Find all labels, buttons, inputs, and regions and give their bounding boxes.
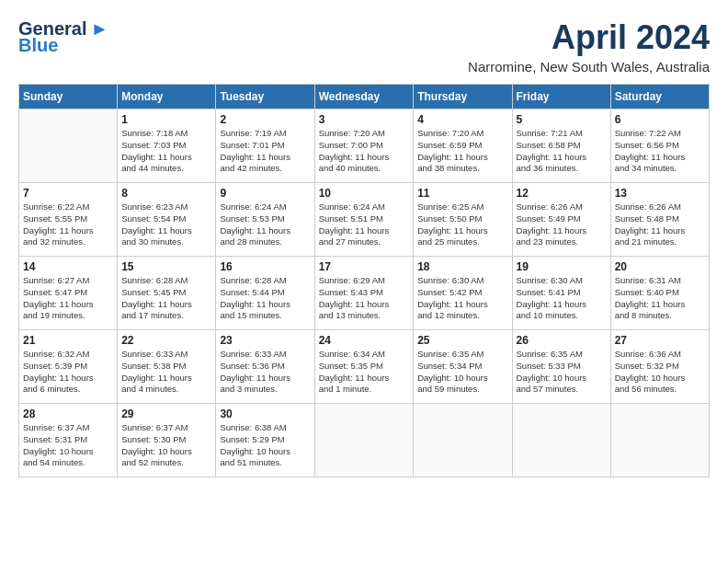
- day-number: 13: [615, 187, 705, 200]
- day-info: Sunrise: 6:28 AM Sunset: 5:45 PM Dayligh…: [121, 275, 211, 322]
- day-number: 29: [121, 408, 211, 420]
- calendar-cell: 1Sunrise: 7:18 AM Sunset: 7:03 PM Daylig…: [118, 109, 216, 183]
- calendar-header-row: SundayMondayTuesdayWednesdayThursdayFrid…: [19, 85, 710, 109]
- calendar-cell: 19Sunrise: 6:30 AM Sunset: 5:41 PM Dayli…: [512, 257, 610, 330]
- day-number: 20: [615, 260, 705, 273]
- calendar-cell: 28Sunrise: 6:37 AM Sunset: 5:31 PM Dayli…: [19, 404, 118, 477]
- calendar-cell: 23Sunrise: 6:33 AM Sunset: 5:36 PM Dayli…: [216, 330, 314, 404]
- logo-text-blue: Blue: [18, 35, 108, 55]
- calendar-cell: 9Sunrise: 6:24 AM Sunset: 5:53 PM Daylig…: [216, 183, 314, 257]
- day-info: Sunrise: 6:34 AM Sunset: 5:35 PM Dayligh…: [319, 349, 410, 396]
- calendar-cell: 12Sunrise: 6:26 AM Sunset: 5:49 PM Dayli…: [512, 183, 610, 257]
- day-number: 12: [517, 187, 607, 200]
- calendar-cell: 4Sunrise: 7:20 AM Sunset: 6:59 PM Daylig…: [414, 109, 512, 183]
- calendar-week-row: 28Sunrise: 6:37 AM Sunset: 5:31 PM Dayli…: [19, 404, 710, 477]
- calendar-cell: 17Sunrise: 6:29 AM Sunset: 5:43 PM Dayli…: [314, 257, 414, 330]
- day-info: Sunrise: 6:36 AM Sunset: 5:32 PM Dayligh…: [615, 349, 705, 396]
- day-number: 6: [615, 113, 705, 126]
- calendar-cell: 26Sunrise: 6:35 AM Sunset: 5:33 PM Dayli…: [512, 330, 610, 404]
- calendar-cell: [19, 109, 118, 183]
- calendar-cell: [610, 404, 709, 477]
- day-number: 22: [121, 334, 211, 347]
- day-info: Sunrise: 6:23 AM Sunset: 5:54 PM Dayligh…: [121, 201, 211, 248]
- calendar-cell: 10Sunrise: 6:24 AM Sunset: 5:51 PM Dayli…: [314, 183, 414, 257]
- day-number: 2: [220, 113, 310, 126]
- day-number: 5: [517, 113, 607, 126]
- day-number: 7: [23, 187, 113, 200]
- calendar-cell: [414, 404, 512, 477]
- month-title: April 2024: [468, 18, 710, 57]
- day-number: 24: [319, 334, 410, 347]
- column-header-sunday: Sunday: [19, 85, 118, 109]
- column-header-wednesday: Wednesday: [314, 85, 414, 109]
- day-info: Sunrise: 6:32 AM Sunset: 5:39 PM Dayligh…: [23, 349, 113, 396]
- location-subtitle: Narromine, New South Wales, Australia: [468, 59, 710, 75]
- day-number: 15: [121, 260, 211, 273]
- day-info: Sunrise: 6:29 AM Sunset: 5:43 PM Dayligh…: [319, 275, 410, 322]
- day-number: 25: [417, 334, 507, 347]
- title-block: April 2024 Narromine, New South Wales, A…: [468, 18, 710, 75]
- day-info: Sunrise: 6:38 AM Sunset: 5:29 PM Dayligh…: [220, 422, 310, 469]
- day-info: Sunrise: 7:20 AM Sunset: 7:00 PM Dayligh…: [319, 128, 410, 175]
- day-number: 3: [319, 113, 410, 126]
- calendar-cell: 25Sunrise: 6:35 AM Sunset: 5:34 PM Dayli…: [414, 330, 512, 404]
- calendar-cell: 21Sunrise: 6:32 AM Sunset: 5:39 PM Dayli…: [19, 330, 118, 404]
- calendar-cell: [314, 404, 414, 477]
- calendar-week-row: 14Sunrise: 6:27 AM Sunset: 5:47 PM Dayli…: [19, 257, 710, 330]
- day-info: Sunrise: 6:22 AM Sunset: 5:55 PM Dayligh…: [23, 201, 113, 248]
- calendar-week-row: 7Sunrise: 6:22 AM Sunset: 5:55 PM Daylig…: [19, 183, 710, 257]
- day-info: Sunrise: 6:30 AM Sunset: 5:41 PM Dayligh…: [517, 275, 607, 322]
- calendar-cell: 24Sunrise: 6:34 AM Sunset: 5:35 PM Dayli…: [314, 330, 414, 404]
- day-number: 18: [417, 260, 507, 273]
- day-number: 9: [220, 187, 310, 200]
- calendar-cell: 16Sunrise: 6:28 AM Sunset: 5:44 PM Dayli…: [216, 257, 314, 330]
- day-info: Sunrise: 6:37 AM Sunset: 5:31 PM Dayligh…: [23, 422, 113, 469]
- day-info: Sunrise: 7:21 AM Sunset: 6:58 PM Dayligh…: [517, 128, 607, 175]
- day-info: Sunrise: 6:24 AM Sunset: 5:51 PM Dayligh…: [319, 201, 410, 248]
- calendar-cell: 5Sunrise: 7:21 AM Sunset: 6:58 PM Daylig…: [512, 109, 610, 183]
- calendar-week-row: 1Sunrise: 7:18 AM Sunset: 7:03 PM Daylig…: [19, 109, 710, 183]
- calendar-cell: 27Sunrise: 6:36 AM Sunset: 5:32 PM Dayli…: [610, 330, 709, 404]
- day-info: Sunrise: 7:19 AM Sunset: 7:01 PM Dayligh…: [220, 128, 310, 175]
- calendar-cell: [512, 404, 610, 477]
- calendar-cell: 15Sunrise: 6:28 AM Sunset: 5:45 PM Dayli…: [118, 257, 216, 330]
- calendar-cell: 20Sunrise: 6:31 AM Sunset: 5:40 PM Dayli…: [610, 257, 709, 330]
- day-info: Sunrise: 6:28 AM Sunset: 5:44 PM Dayligh…: [220, 275, 310, 322]
- day-number: 17: [319, 260, 410, 273]
- calendar-table: SundayMondayTuesdayWednesdayThursdayFrid…: [18, 84, 710, 477]
- calendar-week-row: 21Sunrise: 6:32 AM Sunset: 5:39 PM Dayli…: [19, 330, 710, 404]
- day-number: 14: [23, 260, 113, 273]
- column-header-saturday: Saturday: [610, 85, 709, 109]
- day-number: 26: [517, 334, 607, 347]
- day-info: Sunrise: 6:37 AM Sunset: 5:30 PM Dayligh…: [121, 422, 211, 469]
- calendar-cell: 8Sunrise: 6:23 AM Sunset: 5:54 PM Daylig…: [118, 183, 216, 257]
- column-header-tuesday: Tuesday: [216, 85, 314, 109]
- day-info: Sunrise: 6:24 AM Sunset: 5:53 PM Dayligh…: [220, 201, 310, 248]
- calendar-cell: 7Sunrise: 6:22 AM Sunset: 5:55 PM Daylig…: [19, 183, 118, 257]
- column-header-thursday: Thursday: [414, 85, 512, 109]
- column-header-friday: Friday: [512, 85, 610, 109]
- calendar-cell: 29Sunrise: 6:37 AM Sunset: 5:30 PM Dayli…: [118, 404, 216, 477]
- calendar-cell: 2Sunrise: 7:19 AM Sunset: 7:01 PM Daylig…: [216, 109, 314, 183]
- day-info: Sunrise: 7:20 AM Sunset: 6:59 PM Dayligh…: [417, 128, 507, 175]
- calendar-cell: 13Sunrise: 6:26 AM Sunset: 5:48 PM Dayli…: [610, 183, 709, 257]
- day-number: 23: [220, 334, 310, 347]
- day-number: 19: [517, 260, 607, 273]
- day-number: 4: [417, 113, 507, 126]
- day-info: Sunrise: 6:26 AM Sunset: 5:48 PM Dayligh…: [615, 201, 705, 248]
- day-number: 8: [121, 187, 211, 200]
- day-number: 11: [417, 187, 507, 200]
- day-info: Sunrise: 7:22 AM Sunset: 6:56 PM Dayligh…: [615, 128, 705, 175]
- day-info: Sunrise: 6:30 AM Sunset: 5:42 PM Dayligh…: [417, 275, 507, 322]
- page-header: General ► Blue April 2024 Narromine, New…: [18, 18, 710, 75]
- day-info: Sunrise: 6:26 AM Sunset: 5:49 PM Dayligh…: [517, 201, 607, 248]
- day-number: 21: [23, 334, 113, 347]
- day-info: Sunrise: 6:33 AM Sunset: 5:36 PM Dayligh…: [220, 349, 310, 396]
- calendar-cell: 22Sunrise: 6:33 AM Sunset: 5:38 PM Dayli…: [118, 330, 216, 404]
- day-number: 1: [121, 113, 211, 126]
- calendar-cell: 18Sunrise: 6:30 AM Sunset: 5:42 PM Dayli…: [414, 257, 512, 330]
- day-number: 28: [23, 408, 113, 420]
- day-info: Sunrise: 6:33 AM Sunset: 5:38 PM Dayligh…: [121, 349, 211, 396]
- calendar-cell: 11Sunrise: 6:25 AM Sunset: 5:50 PM Dayli…: [414, 183, 512, 257]
- column-header-monday: Monday: [118, 85, 216, 109]
